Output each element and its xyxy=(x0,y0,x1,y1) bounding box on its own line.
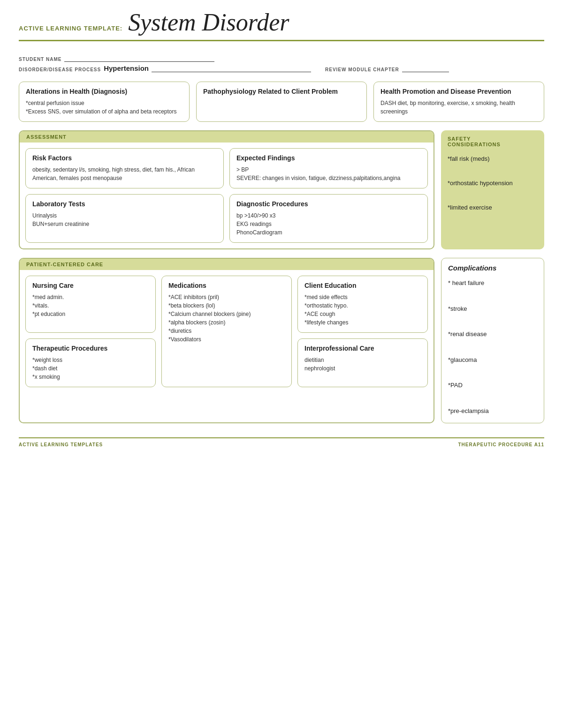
expected-findings-title: Expected Findings xyxy=(236,154,421,162)
interprofessional-care-title: Interprofessional Care xyxy=(304,345,421,352)
box-alterations: Alterations in Health (Diagnosis) *centr… xyxy=(19,82,190,122)
footer: ACTIVE LEARNING TEMPLATES THERAPEUTIC PR… xyxy=(19,437,544,447)
pcc-header: PATIENT-CENTERED CARE xyxy=(20,259,434,270)
risk-factors-box: Risk Factors obesity, sedentary l/s, smo… xyxy=(25,148,224,188)
medications-content: *ACE inhibitors (pril) *beta blockers (l… xyxy=(168,293,285,344)
disorder-underline xyxy=(152,64,311,72)
page: ACTIVE LEARNING TEMPLATE: System Disorde… xyxy=(0,0,563,728)
student-name-label: STUDENT NAME xyxy=(19,57,61,62)
student-name-row: STUDENT NAME xyxy=(19,50,544,62)
disorder-row: DISORDER/DISEASE PROCESS Hypertension RE… xyxy=(19,64,544,72)
risk-factors-title: Risk Factors xyxy=(32,154,217,162)
client-education-box: Client Education *med side effects *orth… xyxy=(297,276,428,333)
footer-left: ACTIVE LEARNING TEMPLATES xyxy=(19,442,103,447)
medications-title: Medications xyxy=(168,282,285,289)
diagnostic-procedures-content: bp >140/>90 x3 EKG readings PhonoCardiog… xyxy=(236,211,421,237)
client-education-title: Client Education xyxy=(304,282,421,289)
header-title: System Disorder xyxy=(128,8,289,36)
therapeutic-procedures-box: Therapeutic Procedures *weight loss *das… xyxy=(25,338,156,387)
laboratory-tests-box: Laboratory Tests Urinalysis BUN+serum cr… xyxy=(25,194,224,243)
expected-findings-box: Expected Findings > BP SEVERE: changes i… xyxy=(229,148,428,188)
box-pathophysiology: Pathophysiology Related to Client Proble… xyxy=(196,82,367,122)
laboratory-tests-title: Laboratory Tests xyxy=(32,200,217,208)
complications-title: Complications xyxy=(448,264,537,272)
therapeutic-procedures-content: *weight loss *dash diet *x smoking xyxy=(32,356,149,381)
header: ACTIVE LEARNING TEMPLATE: System Disorde… xyxy=(19,0,544,41)
pcc-section: PATIENT-CENTERED CARE Nursing Care *med … xyxy=(19,258,434,423)
top-boxes: Alterations in Health (Diagnosis) *centr… xyxy=(19,82,544,122)
box-alterations-title: Alterations in Health (Diagnosis) xyxy=(26,88,183,95)
nursing-care-box: Nursing Care *med admin. *vitals. *pt ed… xyxy=(25,276,156,333)
therapeutic-procedures-title: Therapeutic Procedures xyxy=(32,345,149,352)
medications-box: Medications *ACE inhibitors (pril) *beta… xyxy=(161,276,292,387)
risk-factors-content: obesity, sedentary l/s, smoking, high st… xyxy=(32,165,217,182)
safety-title: SAFETY CONSIDERATIONS xyxy=(448,136,538,147)
safety-content: *fall risk (meds) *orthostatic hypotensi… xyxy=(448,153,538,214)
box-health-promotion-title: Health Promotion and Disease Prevention xyxy=(380,88,537,95)
assessment-header: ASSESSMENT xyxy=(20,131,434,143)
assessment-grid: Risk Factors obesity, sedentary l/s, smo… xyxy=(20,143,434,248)
pcc-top-grid: Nursing Care *med admin. *vitals. *pt ed… xyxy=(20,270,434,393)
safety-considerations: SAFETY CONSIDERATIONS *fall risk (meds) … xyxy=(441,130,544,249)
nursing-care-title: Nursing Care xyxy=(32,282,149,289)
disorder-value: Hypertension xyxy=(104,64,149,72)
interprofessional-care-content: dietitian nephrologist xyxy=(304,356,421,373)
complications-content: * heart failure *stroke *renal disease *… xyxy=(448,277,537,417)
complications-section: Complications * heart failure *stroke *r… xyxy=(441,258,544,423)
pcc-wrapper: PATIENT-CENTERED CARE Nursing Care *med … xyxy=(19,258,544,423)
review-module: REVIEW MODULE CHAPTER xyxy=(325,64,449,72)
expected-findings-content: > BP SEVERE: changes in vision, fatigue,… xyxy=(236,165,421,182)
box-alterations-content: *central perfusion issue *Excess SNS, ov… xyxy=(26,99,183,116)
interprofessional-care-box: Interprofessional Care dietitian nephrol… xyxy=(297,338,428,387)
nursing-care-content: *med admin. *vitals. *pt education xyxy=(32,293,149,318)
box-health-promotion: Health Promotion and Disease Prevention … xyxy=(373,82,544,122)
footer-right: THERAPEUTIC PROCEDURE A11 xyxy=(458,442,544,447)
assessment-wrapper: ASSESSMENT Risk Factors obesity, sedenta… xyxy=(19,130,544,249)
header-label: ACTIVE LEARNING TEMPLATE: xyxy=(19,25,122,32)
laboratory-tests-content: Urinalysis BUN+serum creatinine xyxy=(32,211,217,228)
assessment-section: ASSESSMENT Risk Factors obesity, sedenta… xyxy=(19,130,434,249)
box-health-promotion-content: DASH diet, bp monitoring, exercise, x sm… xyxy=(380,99,537,116)
review-label: REVIEW MODULE CHAPTER xyxy=(325,67,399,72)
box-pathophysiology-title: Pathophysiology Related to Client Proble… xyxy=(203,88,360,95)
diagnostic-procedures-title: Diagnostic Procedures xyxy=(236,200,421,208)
student-name-field[interactable] xyxy=(64,53,214,62)
disorder-label: DISORDER/DISEASE PROCESS xyxy=(19,67,101,72)
review-underline xyxy=(402,64,449,72)
diagnostic-procedures-box: Diagnostic Procedures bp >140/>90 x3 EKG… xyxy=(229,194,428,243)
client-education-content: *med side effects *orthostatic hypo. *AC… xyxy=(304,293,421,327)
